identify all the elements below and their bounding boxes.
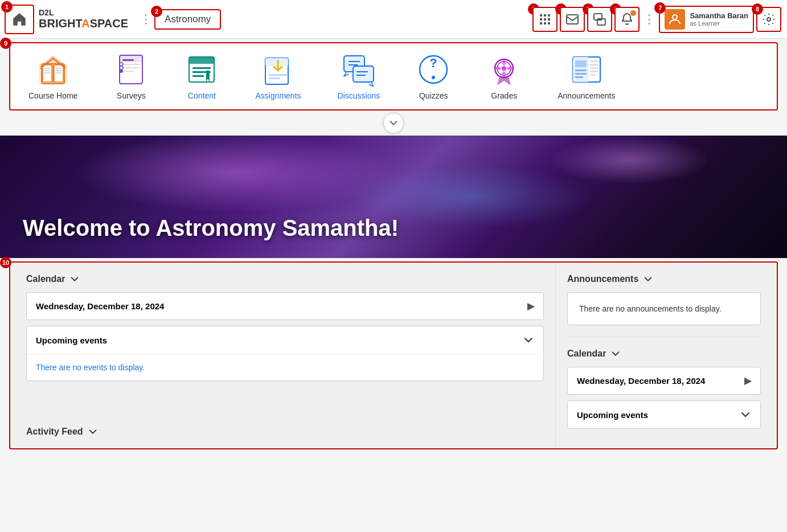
settings-icon	[762, 13, 776, 26]
activity-feed-chevron-icon[interactable]	[88, 427, 98, 437]
nav-quizzes[interactable]: ? Quizzes	[398, 48, 469, 105]
svg-rect-8	[548, 22, 550, 24]
home-icon	[11, 11, 27, 27]
svg-point-57	[502, 71, 506, 77]
nav-course-home-label: Course Home	[28, 91, 77, 100]
nav-content[interactable]: Content	[166, 48, 237, 105]
waffle-button[interactable]	[532, 7, 558, 32]
svg-rect-33	[120, 55, 142, 62]
calendar-title-text: Calendar	[26, 274, 65, 284]
logo-text: D2L BRIGHTASPACE	[39, 9, 128, 30]
nav-grades[interactable]: Grades	[469, 48, 539, 105]
svg-rect-67	[590, 64, 598, 66]
user-role: as Learner	[690, 20, 748, 27]
waffle-nav-item: 3	[531, 7, 559, 32]
calendar-date-row[interactable]: Wednesday, December 18, 2024 ▶	[26, 292, 544, 320]
calendar-chevron-icon[interactable]	[69, 274, 80, 284]
course-badge: 2	[151, 6, 162, 17]
svg-rect-16	[43, 65, 52, 82]
nav-announcements[interactable]: Announcements	[539, 48, 633, 105]
right-calendar-date-text: Wednesday, December 18, 2024	[577, 376, 705, 386]
course-title-button[interactable]: Astronomy	[154, 9, 221, 30]
activity-feed-title: Activity Feed	[26, 427, 83, 437]
right-upcoming-events-header[interactable]: Upcoming events	[568, 401, 760, 428]
svg-rect-69	[590, 71, 598, 72]
announcements-icon	[569, 52, 604, 87]
email-nav-item: 4	[559, 7, 586, 32]
upcoming-events-body: There are no events to display.	[27, 354, 543, 380]
email-icon	[565, 13, 579, 26]
spacer	[26, 387, 544, 421]
svg-rect-27	[122, 64, 140, 65]
avatar	[665, 9, 685, 30]
svg-rect-17	[54, 65, 63, 82]
svg-rect-65	[575, 76, 583, 78]
user-button[interactable]: Samantha Baran as Learner	[659, 6, 754, 33]
svg-rect-1	[544, 14, 546, 17]
svg-rect-5	[548, 18, 550, 21]
nav-surveys[interactable]: Surveys	[96, 48, 166, 105]
upcoming-events-header[interactable]: Upcoming events	[27, 326, 543, 354]
nav-assignments-label: Assignments	[255, 91, 301, 100]
right-upcoming-chevron-icon	[740, 409, 751, 420]
svg-rect-6	[540, 22, 542, 24]
email-button[interactable]	[560, 7, 585, 32]
svg-rect-70	[590, 74, 596, 76]
upcoming-chevron-icon	[523, 334, 534, 346]
nav-quizzes-label: Quizzes	[419, 91, 448, 100]
svg-rect-4	[544, 18, 546, 21]
home-badge: 1	[1, 1, 13, 13]
nav-content-label: Content	[188, 91, 216, 100]
svg-rect-36	[192, 67, 211, 69]
grades-icon	[487, 52, 521, 87]
chat-icon	[593, 13, 606, 26]
right-calendar-next-arrow[interactable]: ▶	[744, 375, 751, 386]
collapse-nav-button[interactable]	[383, 113, 404, 133]
svg-rect-35	[189, 57, 214, 64]
right-calendar-chevron-icon[interactable]	[610, 349, 621, 359]
home-nav-item: 1	[5, 5, 36, 34]
logo-brightspace: BRIGHTASPACE	[39, 17, 128, 30]
svg-rect-29	[122, 71, 134, 72]
upcoming-events-title: Upcoming events	[36, 335, 107, 345]
svg-point-13	[767, 18, 770, 21]
waffle-icon	[538, 13, 552, 26]
settings-nav-item: 8	[755, 7, 782, 32]
svg-rect-38	[192, 75, 204, 77]
right-calendar-widget-title: Calendar	[567, 349, 761, 359]
user-badge: 7	[654, 2, 666, 14]
svg-text:?: ?	[430, 56, 437, 70]
top-navigation: 1 D2L BRIGHTASPACE ⋮ 2 Astronomy 3	[0, 0, 787, 39]
nav-discussions[interactable]: Discussions	[319, 48, 399, 105]
assignments-icon	[261, 52, 295, 87]
chat-button[interactable]	[587, 7, 612, 32]
widgets-badge: 10	[0, 257, 11, 268]
right-upcoming-events-section: Upcoming events	[567, 400, 761, 429]
right-calendar-date-row[interactable]: Wednesday, December 18, 2024 ▶	[567, 367, 761, 395]
activity-feed-bar: Activity Feed	[26, 421, 544, 437]
svg-point-32	[120, 69, 123, 73]
svg-point-59	[507, 67, 513, 70]
svg-rect-63	[575, 69, 587, 71]
chat-nav-item: 5	[586, 7, 613, 32]
svg-rect-0	[540, 14, 542, 17]
logo-d2l: D2L	[39, 9, 128, 17]
calendar-date-text: Wednesday, December 18, 2024	[36, 301, 164, 311]
calendar-next-arrow[interactable]: ▶	[527, 301, 534, 312]
course-navigation: Course Home Surveys	[9, 42, 778, 111]
nav-assignments[interactable]: Assignments	[237, 48, 319, 105]
course-title-nav-item: 2 Astronomy	[154, 9, 226, 30]
user-info: Samantha Baran as Learner	[690, 11, 748, 27]
announcements-chevron-icon[interactable]	[643, 274, 653, 284]
announcements-box: There are no announcements to display.	[567, 292, 761, 325]
notifications-button[interactable]	[614, 7, 640, 32]
chevron-row	[0, 113, 787, 133]
svg-rect-45	[353, 66, 374, 82]
main-content-container: 10 Calendar Wednesday, December 18, 2024…	[5, 261, 782, 449]
svg-point-58	[495, 67, 501, 70]
notifications-nav-item: 6	[613, 7, 641, 32]
announcements-widget-title: Announcements	[567, 274, 761, 284]
settings-badge: 8	[752, 3, 763, 15]
nav-course-home[interactable]: Course Home	[10, 48, 96, 105]
nav-separator-1: ⋮	[140, 12, 152, 27]
